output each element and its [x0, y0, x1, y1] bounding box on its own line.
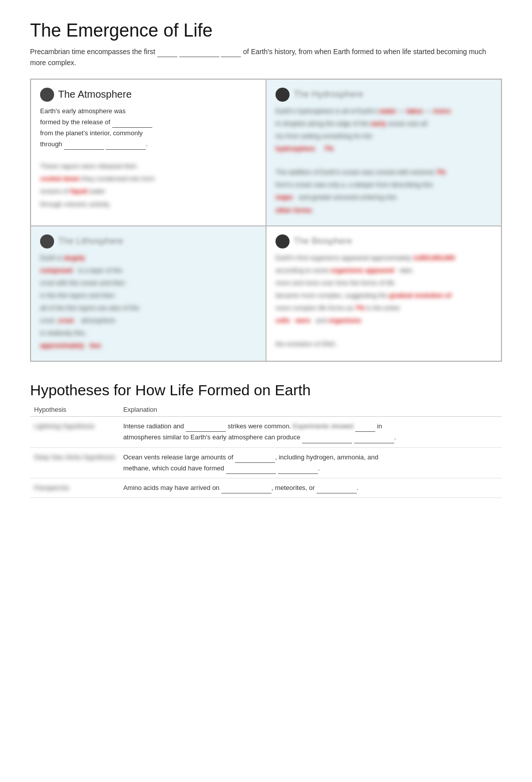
- blank-atm-1: [112, 121, 152, 128]
- card-lithosphere-body: Earth is largely composed is a layer of …: [40, 252, 256, 352]
- card-biosphere-body: Earth's first organisms appeared approxi…: [276, 252, 492, 350]
- blank-3: [221, 50, 241, 57]
- card-lithosphere: The Lithosphere Earth is largely compose…: [31, 226, 266, 362]
- table-row: Panspermia Amino acids may have arrived …: [30, 478, 502, 497]
- hypotheses-title: Hypotheses for How Life Formed on Earth: [30, 382, 502, 399]
- card-lithosphere-header: The Lithosphere: [40, 234, 256, 248]
- blank-atm-2: [64, 143, 104, 150]
- blank-hyp1-2: [355, 425, 375, 432]
- atmosphere-blurred-content: These vapors were released then cooled d…: [40, 161, 256, 209]
- page-title: The Emergence of Life: [30, 20, 502, 41]
- explanation-1: Intense radiation and strikes were commo…: [119, 417, 502, 447]
- blank-hyp1-3: [302, 436, 352, 443]
- blank-1: [157, 50, 177, 57]
- blank-hyp1-4: [354, 436, 394, 443]
- intro-paragraph: Precambrian time encompasses the first o…: [30, 46, 502, 69]
- card-biosphere-header: The Biosphere: [276, 234, 492, 248]
- blank-2: [179, 50, 219, 57]
- card-hydrosphere-header: The Hydrosphere: [276, 88, 492, 102]
- blank-hyp2-1: [235, 456, 275, 463]
- card-atmosphere-body: Earth's early atmosphere was formed by t…: [40, 106, 256, 210]
- card-biosphere-title: The Biosphere: [294, 236, 352, 246]
- blank-hyp2-2: [226, 467, 276, 474]
- lithosphere-icon: [40, 234, 54, 248]
- card-atmosphere: The Atmosphere Earth's early atmosphere …: [31, 79, 266, 226]
- hypothesis-label-2: Deep Sea Vents Hypothesis: [30, 447, 119, 478]
- card-biosphere: The Biosphere Earth's first organisms ap…: [266, 226, 501, 362]
- explanation-2: Ocean vents release large amounts of , i…: [119, 447, 502, 478]
- cards-grid: The Atmosphere Earth's early atmosphere …: [30, 79, 502, 362]
- blank-hyp2-3: [278, 467, 318, 474]
- col-header-explanation: Explanation: [119, 404, 502, 417]
- blank-hyp3-2: [317, 486, 357, 493]
- intro-text-before: Precambrian time encompasses the first: [30, 48, 155, 56]
- card-atmosphere-header: The Atmosphere: [40, 88, 256, 102]
- card-hydrosphere-title: The Hydrosphere: [294, 89, 363, 100]
- table-row: Deep Sea Vents Hypothesis Ocean vents re…: [30, 447, 502, 478]
- blank-atm-3: [106, 143, 146, 150]
- explanation-3: Amino acids may have arrived on , meteor…: [119, 478, 502, 497]
- table-header-row: Hypothesis Explanation: [30, 404, 502, 417]
- hypothesis-label-1: Lightning Hypothesis: [30, 417, 119, 447]
- card-hydrosphere: The Hydrosphere Earth's hydrosphere is a…: [266, 79, 501, 226]
- card-hydrosphere-body: Earth's hydrosphere is all of Earth's wa…: [276, 106, 492, 216]
- hypotheses-table: Hypothesis Explanation Lightning Hypothe…: [30, 404, 502, 497]
- card-atmosphere-title: The Atmosphere: [58, 89, 132, 100]
- card-lithosphere-title: The Lithosphere: [58, 236, 123, 246]
- blank-hyp1-1: [186, 425, 226, 432]
- hydrosphere-icon: [276, 88, 290, 102]
- blank-hyp3-1: [221, 486, 272, 493]
- atmosphere-icon: [40, 88, 54, 102]
- hypothesis-label-3: Panspermia: [30, 478, 119, 497]
- col-header-hypothesis: Hypothesis: [30, 404, 119, 417]
- table-row: Lightning Hypothesis Intense radiation a…: [30, 417, 502, 447]
- biosphere-icon: [276, 234, 290, 248]
